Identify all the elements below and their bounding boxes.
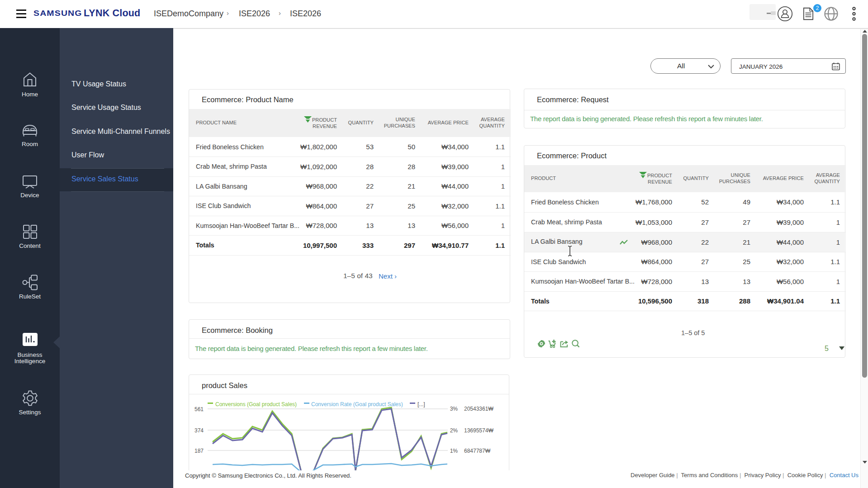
svg-text:3%: 3% — [450, 406, 458, 412]
svg-text:[...]: [...] — [417, 401, 425, 407]
svg-text:Conversions (Goal product Sale: Conversions (Goal product Sales) — [215, 401, 297, 407]
svg-text:374: 374 — [194, 427, 204, 434]
svg-text:1%: 1% — [450, 448, 458, 454]
svg-text:2%: 2% — [450, 427, 458, 434]
svg-text:Conversion Rate (Goal product: Conversion Rate (Goal product Sales) — [311, 401, 403, 407]
svg-text:187: 187 — [194, 448, 204, 454]
svg-text:561: 561 — [194, 406, 204, 412]
svg-text:13695574₩: 13695574₩ — [464, 427, 493, 434]
svg-text:6847787₩: 6847787₩ — [464, 448, 491, 454]
svg-text:20543361₩: 20543361₩ — [464, 406, 493, 412]
